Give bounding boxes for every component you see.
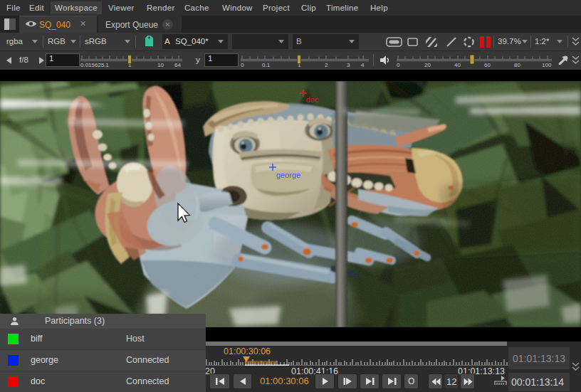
- svg-text:80: 80: [514, 62, 520, 68]
- svg-text:2: 2: [325, 62, 328, 68]
- svg-text:20: 20: [424, 62, 431, 68]
- svg-text:60: 60: [484, 62, 491, 68]
- svg-text:.1: .1: [104, 62, 109, 68]
- svg-text:0: 0: [397, 62, 400, 68]
- svg-text:0.1: 0.1: [262, 62, 271, 68]
- svg-text:10: 10: [157, 62, 164, 68]
- svg-text:0: 0: [241, 62, 244, 68]
- svg-text:64: 64: [174, 62, 181, 68]
- svg-text:3: 3: [347, 62, 350, 68]
- svg-text:40: 40: [454, 62, 461, 68]
- svg-text:0.015625: 0.015625: [80, 62, 105, 68]
- svg-text:100: 100: [542, 62, 552, 68]
- svg-text:4: 4: [361, 62, 365, 68]
